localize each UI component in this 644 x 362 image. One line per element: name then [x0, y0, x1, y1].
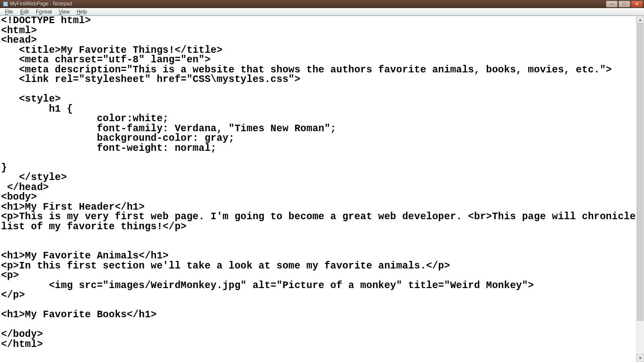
window-controls: — □ ✕	[606, 1, 643, 8]
titlebar-left: MyFirstWebPage - Notepad	[3, 1, 72, 7]
menu-edit-rest: dit	[24, 9, 29, 15]
menu-bar: File Edit Format View Help	[0, 8, 644, 16]
scroll-track[interactable]	[636, 24, 644, 354]
menu-view[interactable]: View	[56, 9, 73, 15]
minimize-button[interactable]: —	[606, 1, 618, 8]
menu-file-rest: ile	[8, 9, 13, 15]
menu-format[interactable]: Format	[33, 9, 55, 15]
scroll-thumb[interactable]	[637, 24, 643, 321]
menu-edit[interactable]: Edit	[17, 9, 32, 15]
text-editor[interactable]: <!DOCTYPE html> <html> <head> <title>My …	[0, 16, 636, 362]
menu-format-rest: rmat	[42, 9, 52, 15]
window-title: MyFirstWebPage - Notepad	[10, 1, 72, 7]
menu-help-rest: elp	[80, 9, 87, 15]
menu-file[interactable]: File	[2, 9, 16, 15]
scroll-up-button[interactable]: ▲	[636, 16, 644, 24]
menu-help[interactable]: Help	[74, 9, 91, 15]
menu-view-rest: iew	[62, 9, 70, 15]
vertical-scrollbar[interactable]: ▲ ▼	[636, 16, 644, 362]
close-button[interactable]: ✕	[631, 1, 643, 8]
maximize-button[interactable]: □	[618, 1, 630, 8]
notepad-icon	[3, 2, 8, 7]
scroll-down-button[interactable]: ▼	[636, 354, 644, 362]
window-titlebar[interactable]: MyFirstWebPage - Notepad — □ ✕	[0, 0, 644, 8]
